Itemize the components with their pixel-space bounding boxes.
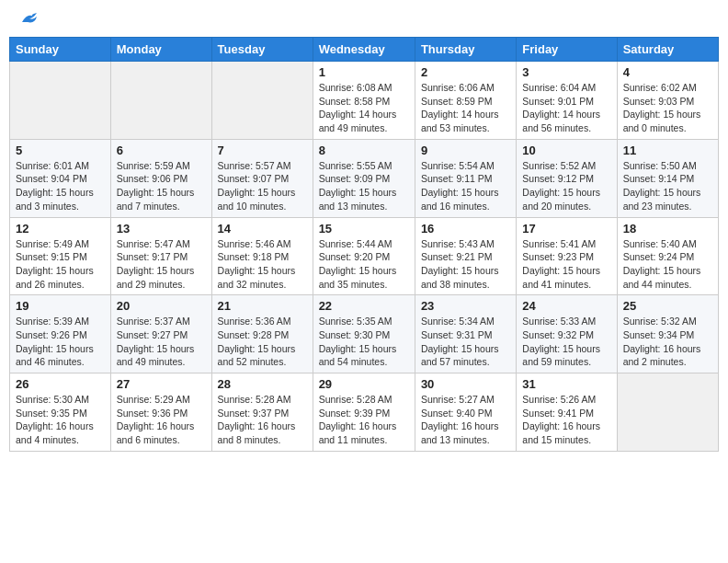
day-info: Sunrise: 5:43 AM Sunset: 9:21 PM Dayligh… bbox=[421, 237, 510, 292]
day-number: 21 bbox=[218, 299, 307, 313]
day-info: Sunrise: 5:34 AM Sunset: 9:31 PM Dayligh… bbox=[421, 315, 510, 369]
day-number: 19 bbox=[16, 299, 105, 313]
calendar-day-cell: 27Sunrise: 5:29 AM Sunset: 9:36 PM Dayli… bbox=[110, 373, 211, 452]
day-info: Sunrise: 5:40 AM Sunset: 9:24 PM Dayligh… bbox=[623, 237, 712, 292]
calendar-week-row: 26Sunrise: 5:30 AM Sunset: 9:35 PM Dayli… bbox=[10, 373, 719, 452]
day-number: 31 bbox=[522, 377, 610, 391]
calendar-day-cell: 17Sunrise: 5:41 AM Sunset: 9:23 PM Dayli… bbox=[517, 217, 617, 295]
logo bbox=[18, 17, 40, 28]
day-info: Sunrise: 5:44 AM Sunset: 9:20 PM Dayligh… bbox=[319, 237, 409, 292]
day-info: Sunrise: 5:28 AM Sunset: 9:39 PM Dayligh… bbox=[319, 393, 409, 447]
day-number: 11 bbox=[623, 144, 712, 157]
day-number: 12 bbox=[16, 222, 105, 236]
day-number: 22 bbox=[319, 299, 409, 313]
day-info: Sunrise: 5:47 AM Sunset: 9:17 PM Dayligh… bbox=[117, 237, 206, 292]
day-info: Sunrise: 6:06 AM Sunset: 8:59 PM Dayligh… bbox=[421, 81, 510, 135]
day-number: 23 bbox=[421, 299, 510, 313]
calendar-day-cell: 31Sunrise: 5:26 AM Sunset: 9:41 PM Dayli… bbox=[517, 373, 617, 452]
calendar-day-cell: 13Sunrise: 5:47 AM Sunset: 9:17 PM Dayli… bbox=[110, 217, 211, 295]
calendar-day-cell: 24Sunrise: 5:33 AM Sunset: 9:32 PM Dayli… bbox=[517, 295, 617, 373]
day-info: Sunrise: 5:37 AM Sunset: 9:27 PM Dayligh… bbox=[117, 315, 206, 369]
day-number: 25 bbox=[623, 299, 712, 313]
day-number: 16 bbox=[421, 222, 510, 236]
weekday-header-thursday: Thursday bbox=[415, 38, 516, 62]
day-info: Sunrise: 6:04 AM Sunset: 9:01 PM Dayligh… bbox=[522, 81, 610, 135]
calendar-day-cell: 1Sunrise: 6:08 AM Sunset: 8:58 PM Daylig… bbox=[313, 62, 415, 140]
day-info: Sunrise: 6:02 AM Sunset: 9:03 PM Dayligh… bbox=[623, 81, 712, 135]
day-number: 26 bbox=[16, 377, 105, 391]
calendar-day-cell: 6Sunrise: 5:59 AM Sunset: 9:06 PM Daylig… bbox=[110, 139, 211, 217]
calendar-empty-cell bbox=[211, 62, 313, 140]
day-info: Sunrise: 5:27 AM Sunset: 9:40 PM Dayligh… bbox=[421, 393, 510, 447]
day-info: Sunrise: 5:52 AM Sunset: 9:12 PM Dayligh… bbox=[522, 159, 610, 213]
day-info: Sunrise: 5:39 AM Sunset: 9:26 PM Dayligh… bbox=[16, 315, 105, 369]
day-info: Sunrise: 5:35 AM Sunset: 9:30 PM Dayligh… bbox=[319, 315, 409, 369]
day-info: Sunrise: 5:57 AM Sunset: 9:07 PM Dayligh… bbox=[218, 159, 307, 213]
calendar-day-cell: 7Sunrise: 5:57 AM Sunset: 9:07 PM Daylig… bbox=[211, 139, 313, 217]
calendar-day-cell: 11Sunrise: 5:50 AM Sunset: 9:14 PM Dayli… bbox=[617, 139, 718, 217]
calendar-table: SundayMondayTuesdayWednesdayThursdayFrid… bbox=[9, 37, 719, 452]
calendar-day-cell: 2Sunrise: 6:06 AM Sunset: 8:59 PM Daylig… bbox=[415, 62, 516, 140]
day-info: Sunrise: 6:08 AM Sunset: 8:58 PM Dayligh… bbox=[319, 81, 409, 135]
calendar-empty-cell bbox=[617, 373, 718, 452]
day-number: 7 bbox=[218, 144, 307, 157]
day-info: Sunrise: 6:01 AM Sunset: 9:04 PM Dayligh… bbox=[16, 159, 105, 213]
weekday-header-monday: Monday bbox=[110, 38, 211, 62]
calendar-week-row: 12Sunrise: 5:49 AM Sunset: 9:15 PM Dayli… bbox=[10, 217, 719, 295]
calendar-day-cell: 10Sunrise: 5:52 AM Sunset: 9:12 PM Dayli… bbox=[517, 139, 617, 217]
day-info: Sunrise: 5:41 AM Sunset: 9:23 PM Dayligh… bbox=[522, 237, 610, 292]
day-info: Sunrise: 5:59 AM Sunset: 9:06 PM Dayligh… bbox=[117, 159, 206, 213]
calendar-day-cell: 5Sunrise: 6:01 AM Sunset: 9:04 PM Daylig… bbox=[10, 139, 111, 217]
day-info: Sunrise: 5:54 AM Sunset: 9:11 PM Dayligh… bbox=[421, 159, 510, 213]
weekday-header-wednesday: Wednesday bbox=[313, 38, 415, 62]
day-info: Sunrise: 5:36 AM Sunset: 9:28 PM Dayligh… bbox=[218, 315, 307, 369]
calendar-header-row: SundayMondayTuesdayWednesdayThursdayFrid… bbox=[10, 38, 719, 62]
day-number: 14 bbox=[218, 222, 307, 236]
day-number: 13 bbox=[117, 222, 206, 236]
weekday-header-sunday: Sunday bbox=[10, 38, 111, 62]
calendar-week-row: 19Sunrise: 5:39 AM Sunset: 9:26 PM Dayli… bbox=[10, 295, 719, 373]
calendar-day-cell: 14Sunrise: 5:46 AM Sunset: 9:18 PM Dayli… bbox=[211, 217, 313, 295]
day-number: 6 bbox=[117, 144, 206, 157]
day-number: 20 bbox=[117, 299, 206, 313]
day-number: 10 bbox=[522, 144, 610, 157]
calendar-day-cell: 22Sunrise: 5:35 AM Sunset: 9:30 PM Dayli… bbox=[313, 295, 415, 373]
calendar-day-cell: 8Sunrise: 5:55 AM Sunset: 9:09 PM Daylig… bbox=[313, 139, 415, 217]
calendar-empty-cell bbox=[110, 62, 211, 140]
day-info: Sunrise: 5:33 AM Sunset: 9:32 PM Dayligh… bbox=[522, 315, 610, 369]
day-number: 29 bbox=[319, 377, 409, 391]
calendar-day-cell: 28Sunrise: 5:28 AM Sunset: 9:37 PM Dayli… bbox=[211, 373, 313, 452]
calendar-day-cell: 18Sunrise: 5:40 AM Sunset: 9:24 PM Dayli… bbox=[617, 217, 718, 295]
calendar-day-cell: 19Sunrise: 5:39 AM Sunset: 9:26 PM Dayli… bbox=[10, 295, 111, 373]
calendar-empty-cell bbox=[10, 62, 111, 140]
day-number: 4 bbox=[623, 65, 712, 79]
day-info: Sunrise: 5:50 AM Sunset: 9:14 PM Dayligh… bbox=[623, 159, 712, 213]
calendar-day-cell: 16Sunrise: 5:43 AM Sunset: 9:21 PM Dayli… bbox=[415, 217, 516, 295]
calendar-day-cell: 29Sunrise: 5:28 AM Sunset: 9:39 PM Dayli… bbox=[313, 373, 415, 452]
calendar-day-cell: 21Sunrise: 5:36 AM Sunset: 9:28 PM Dayli… bbox=[211, 295, 313, 373]
day-number: 8 bbox=[319, 144, 409, 157]
weekday-header-saturday: Saturday bbox=[617, 38, 718, 62]
calendar-day-cell: 20Sunrise: 5:37 AM Sunset: 9:27 PM Dayli… bbox=[110, 295, 211, 373]
logo-bird-icon bbox=[20, 11, 40, 28]
calendar-day-cell: 26Sunrise: 5:30 AM Sunset: 9:35 PM Dayli… bbox=[10, 373, 111, 452]
day-number: 3 bbox=[522, 65, 610, 79]
day-number: 27 bbox=[117, 377, 206, 391]
calendar-day-cell: 9Sunrise: 5:54 AM Sunset: 9:11 PM Daylig… bbox=[415, 139, 516, 217]
day-number: 9 bbox=[421, 144, 510, 157]
day-info: Sunrise: 5:55 AM Sunset: 9:09 PM Dayligh… bbox=[319, 159, 409, 213]
calendar-day-cell: 23Sunrise: 5:34 AM Sunset: 9:31 PM Dayli… bbox=[415, 295, 516, 373]
day-number: 5 bbox=[16, 144, 105, 157]
calendar-day-cell: 3Sunrise: 6:04 AM Sunset: 9:01 PM Daylig… bbox=[517, 62, 617, 140]
day-info: Sunrise: 5:46 AM Sunset: 9:18 PM Dayligh… bbox=[218, 237, 307, 292]
day-number: 30 bbox=[421, 377, 510, 391]
day-info: Sunrise: 5:49 AM Sunset: 9:15 PM Dayligh… bbox=[16, 237, 105, 292]
calendar-day-cell: 25Sunrise: 5:32 AM Sunset: 9:34 PM Dayli… bbox=[617, 295, 718, 373]
page-header bbox=[9, 9, 719, 31]
day-number: 1 bbox=[319, 65, 409, 79]
calendar-day-cell: 4Sunrise: 6:02 AM Sunset: 9:03 PM Daylig… bbox=[617, 62, 718, 140]
calendar-day-cell: 15Sunrise: 5:44 AM Sunset: 9:20 PM Dayli… bbox=[313, 217, 415, 295]
day-info: Sunrise: 5:30 AM Sunset: 9:35 PM Dayligh… bbox=[16, 393, 105, 447]
day-number: 17 bbox=[522, 222, 610, 236]
calendar-week-row: 1Sunrise: 6:08 AM Sunset: 8:58 PM Daylig… bbox=[10, 62, 719, 140]
